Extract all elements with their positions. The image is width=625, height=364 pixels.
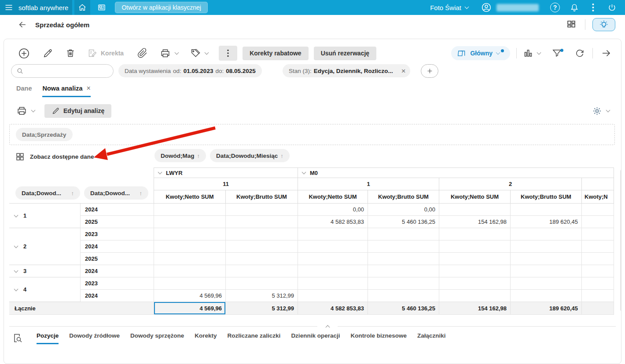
measure-header[interactable]: Kwoty;Netto SUM [154,190,226,204]
pivot-cell[interactable] [368,240,439,253]
tab-rozliczane-zaliczki[interactable]: Rozliczane zaliczki [228,332,281,344]
news-button[interactable] [95,0,109,15]
pivot-cell[interactable] [298,277,368,290]
row-year[interactable]: 2023 [81,228,154,240]
pivot-cell[interactable] [226,204,298,216]
pivot-cell[interactable] [298,253,368,265]
measure-header[interactable]: Kwoty;Netto SUM [439,190,511,204]
month-header-partial[interactable] [582,178,614,190]
total-cell[interactable]: 189 620,45 [511,302,582,315]
insights-toggle-button[interactable] [592,18,615,31]
notifications-button[interactable] [569,0,580,15]
chart-button[interactable] [523,46,540,61]
pivot-cell[interactable]: 4 569,96 [154,290,226,302]
tab-pozycje[interactable]: Pozycje [37,332,59,344]
row-group-1[interactable]: 1 [9,204,81,228]
pivot-cell[interactable] [511,290,582,302]
row-group-3[interactable]: 3 [9,265,81,277]
pivot-cell[interactable] [439,265,511,277]
row-year[interactable]: 2025 [81,253,154,265]
row-group-4[interactable]: 4 [9,277,81,302]
row-year[interactable]: 2024 [81,265,154,277]
col-group-header-m0[interactable]: M0 [298,167,614,178]
home-button[interactable] [74,0,90,15]
col-group-header-lwyr[interactable]: LWYR [154,167,298,178]
pivot-cell[interactable] [439,253,511,265]
total-cell[interactable]: 154 162,98 [439,302,511,315]
tab-dowody-zrodlowe[interactable]: Dowody źródłowe [69,332,120,344]
view-selector-glowny[interactable]: Główny [451,46,510,60]
print-analysis-button[interactable] [16,103,35,118]
measure-header-partial[interactable]: Kwoty;N [582,190,614,204]
pivot-cell[interactable]: 5 312,99 [226,290,298,302]
filter-button[interactable] [552,46,563,61]
measure-header[interactable]: Kwoty;Brutto SUM [368,190,439,204]
attachments-button[interactable] [137,46,148,61]
pivot-cell[interactable] [154,240,226,253]
pivot-cell[interactable] [226,228,298,240]
row-field-chip[interactable]: Data;Dowod... ↑ [84,186,148,200]
available-data-button[interactable]: Zobacz dostępne dane [15,150,94,163]
add-filter-button[interactable] [421,64,438,78]
toolbar-more-button[interactable] [219,46,237,61]
row-year[interactable]: 2025 [81,216,154,228]
close-icon[interactable]: × [401,67,406,75]
add-button[interactable] [17,46,30,61]
total-cell[interactable] [582,302,614,315]
korekty-rabatowe-button[interactable]: Korekty rabatowe [243,47,308,60]
search-input[interactable] [11,64,114,78]
pivot-cell[interactable] [298,240,368,253]
pivot-cell[interactable] [439,290,511,302]
pivot-cell[interactable]: 0,00 [368,204,439,216]
column-field-chip[interactable]: Data;Dowodu;Miesiąc ↑ [210,149,290,162]
tab-dowody-sprzezone[interactable]: Dowody sprzężone [130,332,184,344]
total-cell-selected[interactable]: 4 569,96 [154,302,226,315]
pivot-cell[interactable] [298,265,368,277]
close-tab-icon[interactable]: × [87,85,91,92]
pivot-cell[interactable] [298,290,368,302]
row-group-2[interactable]: 2 [9,228,81,265]
pivot-cell[interactable] [439,228,511,240]
open-classic-app-button[interactable]: Otwórz w aplikacji klasycznej [115,2,208,13]
pivot-cell[interactable] [582,265,614,277]
month-header[interactable]: 1 [298,178,439,190]
pivot-filter-chip[interactable]: Data;Sprzedaży [16,128,73,141]
pivot-cell[interactable] [368,253,439,265]
row-year[interactable]: 2023 [81,277,154,290]
tab-korekty[interactable]: Korekty [195,332,217,344]
pivot-cell[interactable] [368,277,439,290]
month-header[interactable]: 2 [439,178,582,190]
pivot-cell[interactable]: 154 162,98 [439,216,511,228]
help-button[interactable]: ? [550,0,560,15]
pivot-cell[interactable] [154,265,226,277]
analysis-settings-button[interactable] [592,103,610,118]
edit-button[interactable] [41,46,54,61]
pivot-cell[interactable] [511,265,582,277]
measure-header[interactable]: Kwoty;Brutto SUM [226,190,298,204]
search-document-button[interactable] [11,332,24,344]
korekta-button[interactable]: Korekta [87,46,124,61]
pivot-cell[interactable] [511,204,582,216]
pivot-cell[interactable]: 5 460 136,25 [368,216,439,228]
edit-analysis-button[interactable]: Edytuj analizę [44,104,111,118]
hamburger-menu-button[interactable] [4,0,13,15]
pivot-cell[interactable] [582,240,614,253]
pivot-cell[interactable]: 4 582 853,83 [298,216,368,228]
pivot-cell[interactable] [439,277,511,290]
pivot-cell[interactable] [582,228,614,240]
pivot-cell[interactable] [368,228,439,240]
delete-button[interactable] [64,46,77,61]
dashboard-layout-button[interactable] [565,17,578,32]
tab-nowa-analiza[interactable]: Nowa analiza × [42,85,90,97]
logout-button[interactable] [607,0,617,15]
total-cell[interactable]: 5 312,99 [226,302,298,315]
pivot-cell[interactable] [226,277,298,290]
tab-kontrole-biznesowe[interactable]: Kontrole biznesowe [350,332,407,344]
measure-header[interactable]: Kwoty;Brutto SUM [511,190,582,204]
more-options-button[interactable] [589,0,597,15]
pivot-cell[interactable]: 0,00 [298,204,368,216]
print-button[interactable] [160,46,178,61]
tab-zalaczniki[interactable]: Załączniki [417,332,446,344]
tab-dane[interactable]: Dane [16,85,32,97]
usun-rezerwacje-button[interactable]: Usuń rezerwację [314,47,377,60]
